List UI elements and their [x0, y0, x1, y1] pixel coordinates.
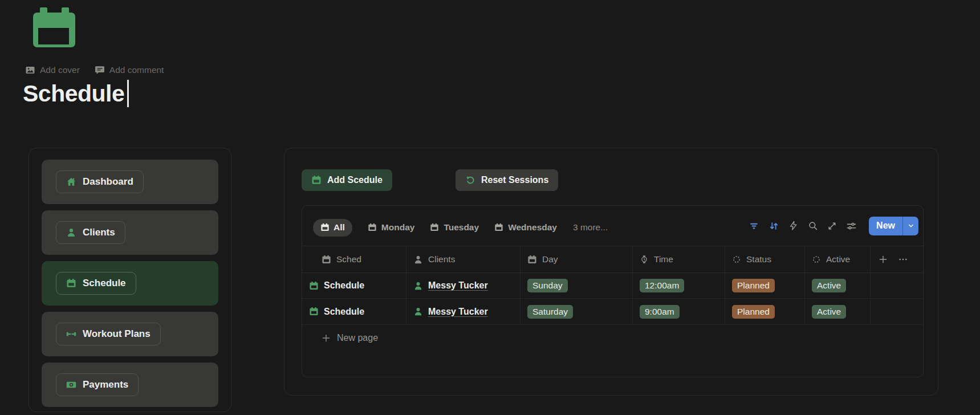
- calendar-icon: [311, 175, 322, 185]
- page-title[interactable]: Schedule: [23, 80, 124, 107]
- column-header-day[interactable]: Day: [521, 246, 633, 272]
- column-label: Day: [542, 254, 558, 265]
- cell-active[interactable]: Active: [805, 273, 871, 298]
- table-row[interactable]: Schedule Messy Tucker Saturday 9:00am Pl…: [302, 299, 923, 325]
- database-toolbar: New: [749, 206, 918, 246]
- sched-title[interactable]: Schedule: [324, 280, 364, 291]
- cell-sched[interactable]: Schedule: [302, 273, 406, 298]
- time-tag[interactable]: 9:00am: [640, 305, 680, 319]
- calendar-icon: [33, 7, 75, 47]
- status-tag[interactable]: Planned: [732, 279, 775, 292]
- table-row[interactable]: Schedule Messy Tucker Sunday 12:00am Pla…: [302, 273, 923, 299]
- add-cover-label: Add cover: [40, 65, 80, 75]
- payments-button[interactable]: Payments: [56, 373, 139, 396]
- page-calendar-icon[interactable]: [33, 7, 75, 47]
- schedule-page: { "page": { "add_cover": "Add cover", "a…: [0, 0, 980, 415]
- sidebar-item-workout-plans[interactable]: Workout Plans: [42, 312, 218, 356]
- tab-monday[interactable]: Monday: [368, 222, 415, 233]
- column-label: Sched: [336, 254, 361, 265]
- clients-label: Clients: [83, 227, 115, 238]
- expand-icon[interactable]: [827, 221, 837, 231]
- cell-active[interactable]: Active: [805, 299, 871, 324]
- time-tag[interactable]: 12:00am: [640, 279, 684, 292]
- calendar-icon: [309, 281, 319, 291]
- cell-time[interactable]: 9:00am: [633, 299, 725, 324]
- database-views-row: All Monday Tuesday Wednesday 3 more...: [302, 206, 923, 246]
- search-icon[interactable]: [808, 221, 818, 231]
- sort-icon[interactable]: [768, 221, 779, 231]
- calendar-icon: [66, 278, 76, 288]
- clients-button[interactable]: Clients: [56, 221, 125, 244]
- cell-time[interactable]: 12:00am: [633, 273, 725, 298]
- client-link[interactable]: Messy Tucker: [428, 280, 488, 291]
- settings-sliders-icon[interactable]: [846, 221, 857, 231]
- cell-status[interactable]: Planned: [725, 299, 805, 324]
- active-tag[interactable]: Active: [812, 279, 846, 292]
- status-circle-icon: [732, 255, 741, 264]
- chevron-down-icon: [907, 222, 915, 230]
- text-cursor: [127, 80, 129, 107]
- day-tag[interactable]: Sunday: [527, 279, 568, 292]
- more-tabs-button[interactable]: 3 more...: [573, 222, 608, 233]
- schedule-button[interactable]: Schedule: [56, 272, 136, 295]
- tab-wednesday-label: Wednesday: [508, 222, 557, 233]
- reset-sessions-button[interactable]: Reset Sessions: [456, 169, 558, 191]
- cell-client[interactable]: Messy Tucker: [406, 273, 521, 298]
- cell-sched[interactable]: Schedule: [302, 299, 406, 324]
- tab-tuesday[interactable]: Tuesday: [430, 222, 479, 233]
- column-header-status[interactable]: Status: [725, 246, 805, 272]
- day-tag[interactable]: Saturday: [527, 305, 573, 319]
- filter-icon[interactable]: [749, 221, 759, 231]
- plus-icon: [321, 333, 331, 343]
- comment-icon: [95, 65, 105, 75]
- add-cover-button[interactable]: Add cover: [25, 65, 80, 75]
- person-icon: [413, 281, 423, 291]
- client-link[interactable]: Messy Tucker: [428, 307, 488, 317]
- active-tag[interactable]: Active: [812, 305, 846, 319]
- undo-icon: [465, 175, 475, 185]
- more-options-icon[interactable]: [898, 254, 908, 265]
- add-schedule-button[interactable]: Add Scedule: [302, 169, 392, 191]
- sidebar-item-dashboard[interactable]: Dashboard: [42, 160, 218, 204]
- dashboard-label: Dashboard: [83, 176, 133, 188]
- column-header-time[interactable]: Time: [633, 246, 725, 272]
- add-column-icon[interactable]: [878, 254, 888, 265]
- page-meta-actions: Add cover Add comment: [25, 65, 164, 75]
- workout-plans-button[interactable]: Workout Plans: [56, 323, 161, 345]
- new-button-label[interactable]: New: [869, 217, 902, 235]
- lightning-icon[interactable]: [788, 221, 799, 231]
- sidebar-item-schedule[interactable]: Schedule: [42, 261, 218, 306]
- new-button[interactable]: New: [869, 217, 918, 235]
- cell-status[interactable]: Planned: [725, 273, 805, 298]
- sidebar-item-clients[interactable]: Clients: [42, 210, 218, 255]
- tab-wednesday[interactable]: Wednesday: [494, 222, 557, 233]
- cell-client[interactable]: Messy Tucker: [406, 299, 521, 324]
- tab-all[interactable]: All: [313, 219, 352, 237]
- status-tag[interactable]: Planned: [732, 305, 775, 319]
- column-label: Time: [654, 254, 673, 265]
- dashboard-button[interactable]: Dashboard: [56, 170, 144, 193]
- cell-day[interactable]: Sunday: [521, 273, 633, 298]
- schedule-panel: Add Scedule Reset Sessions All Monday Tu…: [284, 148, 938, 396]
- add-comment-label: Add comment: [109, 65, 164, 75]
- column-header-clients[interactable]: Clients: [406, 246, 521, 272]
- calendar-icon: [527, 255, 537, 265]
- table-header-row: Sched Clients Day Time Status Active: [302, 246, 923, 273]
- column-header-active[interactable]: Active: [805, 246, 871, 272]
- column-label: Clients: [428, 254, 455, 265]
- new-page-button[interactable]: New page: [302, 325, 923, 351]
- new-button-chevron[interactable]: [903, 217, 918, 235]
- calendar-icon: [494, 223, 503, 232]
- column-header-sched[interactable]: Sched: [302, 246, 406, 272]
- schedule-database: All Monday Tuesday Wednesday 3 more...: [302, 205, 924, 377]
- reset-sessions-label: Reset Sessions: [481, 175, 548, 185]
- sidebar-item-payments[interactable]: Payments: [42, 363, 218, 407]
- cell-extra: [871, 273, 923, 298]
- cell-day[interactable]: Saturday: [521, 299, 633, 324]
- tab-tuesday-label: Tuesday: [444, 222, 479, 233]
- sched-title[interactable]: Schedule: [324, 307, 364, 317]
- add-comment-button[interactable]: Add comment: [95, 65, 164, 75]
- schedule-label: Schedule: [83, 278, 126, 289]
- image-icon: [25, 65, 35, 75]
- column-label: Active: [826, 254, 850, 265]
